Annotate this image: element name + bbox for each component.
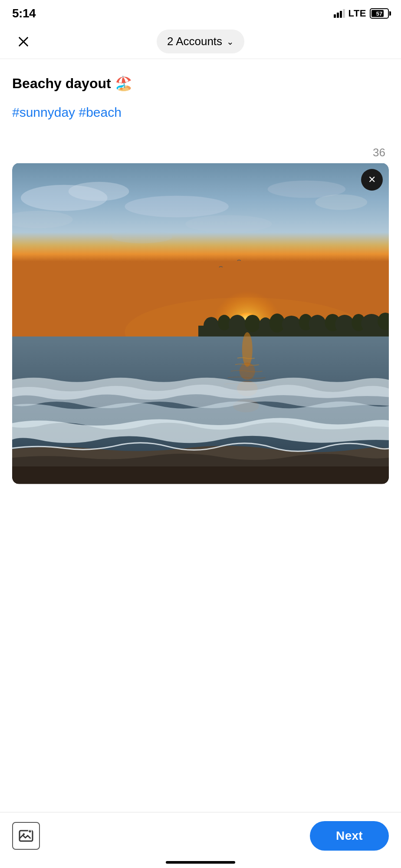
svg-point-17	[229, 315, 246, 334]
svg-point-11	[112, 230, 172, 243]
svg-point-21	[282, 316, 301, 333]
accounts-label: 2 Accounts	[167, 35, 222, 48]
post-hashtags: #sunnyday #beach	[12, 105, 389, 120]
media-icon	[18, 828, 34, 844]
home-indicator	[166, 861, 235, 864]
close-button[interactable]	[12, 30, 35, 53]
status-bar: 5:14 LTE 57	[0, 0, 401, 24]
svg-point-8	[315, 194, 367, 210]
battery-icon: 57	[370, 8, 389, 19]
svg-point-25	[335, 315, 354, 334]
image-close-button[interactable]: ✕	[361, 169, 383, 191]
signal-bars-icon	[334, 9, 345, 18]
svg-point-23	[309, 315, 326, 333]
accounts-selector[interactable]: 2 Accounts ⌄	[157, 30, 244, 53]
svg-rect-34	[12, 466, 389, 484]
add-media-button[interactable]	[12, 822, 40, 850]
image-close-icon: ✕	[368, 175, 376, 185]
post-title: Beachy dayout 🏖️	[12, 75, 389, 93]
chevron-down-icon: ⌄	[227, 36, 234, 47]
bottom-toolbar: Next	[0, 812, 401, 868]
svg-point-30	[242, 332, 253, 367]
status-time: 5:14	[12, 7, 36, 20]
beach-image	[12, 163, 389, 484]
svg-point-5	[69, 182, 129, 201]
svg-point-6	[125, 195, 228, 217]
svg-point-10	[185, 215, 272, 232]
beach-scene-svg	[12, 163, 389, 484]
next-button[interactable]: Next	[310, 821, 389, 851]
top-navigation: 2 Accounts ⌄	[0, 24, 401, 59]
image-container: ✕	[12, 163, 389, 484]
svg-point-18	[245, 315, 260, 332]
status-icons: LTE 57	[334, 8, 389, 19]
char-count: 36	[373, 146, 385, 159]
char-count-row: 36	[12, 146, 389, 159]
close-icon	[17, 36, 30, 48]
lte-icon: LTE	[348, 8, 366, 19]
content-area: Beachy dayout 🏖️ #sunnyday #beach 36	[0, 59, 401, 484]
svg-point-15	[204, 317, 219, 334]
